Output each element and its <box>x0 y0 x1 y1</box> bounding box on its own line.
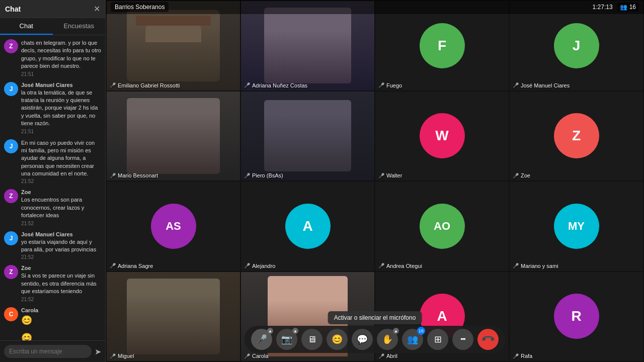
participant-label-miguel: 🎤 Miguel <box>110 353 134 359</box>
participant-label-alejandro: 🎤 Alejandro <box>244 263 275 269</box>
participant-name: Mariano y sami <box>521 263 558 269</box>
emoji-icon: 😊 <box>332 334 343 345</box>
participant-name: Alejandro <box>252 263 275 269</box>
participant-name: Zoe <box>521 172 530 178</box>
mic-icon: 🎤 <box>378 173 384 178</box>
participant-label-jose: 🎤 José Manuel Ciares <box>513 82 570 88</box>
meeting-name: Barrios Soberanos <box>111 2 169 12</box>
chat-header: Chat ✕ <box>0 0 105 18</box>
participant-name: Adriana Nuñez Costas <box>252 82 307 88</box>
video-cell-zoe: Z 🎤 Zoe <box>510 92 643 181</box>
message-sender: José Manuel Ciares <box>21 82 101 88</box>
avatar-andrea: AO <box>420 204 465 249</box>
avatar: C <box>4 307 18 321</box>
chat-title: Chat <box>5 5 21 13</box>
mic-icon: 🎤 <box>256 334 267 345</box>
avatar: J <box>4 231 18 245</box>
video-area: Barrios Soberanos 1:27:13 👥 16 j jitsi <box>106 0 644 362</box>
raise-hand-button[interactable]: ✋ ▲ <box>377 329 398 350</box>
participants-badge: 👥 16 <box>617 3 639 12</box>
meeting-info: Barrios Soberanos <box>111 2 169 12</box>
avatar: Z <box>4 265 18 279</box>
message-text: 😊 <box>21 314 101 327</box>
chat-messages: Z chats en telegram. y por lo que decís,… <box>0 35 105 340</box>
mic-icon: 🎤 <box>244 263 250 268</box>
chat-button[interactable]: 💬 <box>352 329 373 350</box>
avatar-rafa: R <box>554 294 599 339</box>
avatar-adriana-sagre: AS <box>151 204 196 249</box>
meeting-timer: 1:27:13 <box>593 4 613 11</box>
more-button[interactable]: ••• <box>452 329 473 350</box>
message-time: 21:52 <box>21 178 101 184</box>
chat-input[interactable] <box>4 345 92 358</box>
participant-name: José Manuel Ciares <box>521 82 570 88</box>
participant-label-abril: 🎤 Abril <box>378 353 397 359</box>
grid-button[interactable]: ⊞ <box>427 329 448 350</box>
avatar <box>4 332 18 340</box>
participant-label-mario: 🎤 Mario Bessonart <box>110 172 158 178</box>
avatar-mariano: MY <box>554 204 599 249</box>
message-sender: Zoe <box>21 189 101 195</box>
chat-panel: Chat ✕ Chat Encuestas Z chats en telegra… <box>0 0 106 362</box>
message-text: Los encuentros son para conocernos, crea… <box>21 196 101 219</box>
chat-tabs: Chat Encuestas <box>0 18 105 35</box>
participant-name: Emiliano Gabriel Rossotti <box>118 82 180 88</box>
mic-icon: 🎤 <box>513 263 519 268</box>
mic-icon: 🎤 <box>244 353 250 359</box>
participant-label-adriana-sagre: 🎤 Adriana Sagre <box>110 263 153 269</box>
participant-name: Rafa <box>521 353 532 359</box>
camera-button[interactable]: 📷 ▲ <box>276 329 297 350</box>
mic-icon: 🎤 <box>244 82 250 88</box>
raise-hand-icon: ✋ <box>382 334 393 345</box>
avatar: J <box>4 139 18 153</box>
list-item: 😊 21:55 <box>4 332 101 340</box>
message-time: 21:52 <box>21 254 101 260</box>
video-cell-miguel: 🎤 Miguel <box>107 272 240 361</box>
message-time: 21:52 <box>21 221 101 226</box>
hangup-button[interactable]: 📞 <box>477 329 499 350</box>
avatar: J <box>4 82 18 96</box>
participant-label-fuego: 🎤 Fuego <box>378 82 402 88</box>
participant-name: Fuego <box>386 82 402 88</box>
list-item: Z Zoe Los encuentros son para conocernos… <box>4 189 101 226</box>
tab-chat[interactable]: Chat <box>0 18 53 35</box>
message-text: Si a vos te parece un viaje sin sentido,… <box>21 272 101 295</box>
participants-button[interactable]: 👥 16 <box>402 329 423 350</box>
list-item: Z chats en telegram. y por lo que decís,… <box>4 39 101 77</box>
message-text: la otra la temática, de que se trataría … <box>21 89 101 128</box>
participants-icon: 👥 <box>620 4 627 11</box>
avatar-alejandro: A <box>285 204 331 249</box>
message-text: 😊 <box>21 332 101 340</box>
participant-name: Piero (BsAs) <box>252 172 283 178</box>
video-cell-rafa: R 🎤 Rafa <box>510 272 643 361</box>
avatar: Z <box>4 39 18 53</box>
message-sender: Carola <box>21 307 101 313</box>
avatar-fuego: F <box>420 23 465 68</box>
chat-icon: 💬 <box>357 334 368 345</box>
toolbar: 🎤 ▲ 📷 ▲ 🖥 😊 💬 ✋ ▲ 👥 16 ⊞ ••• <box>244 326 506 353</box>
participant-name: Andrea Otegui <box>386 263 422 269</box>
mic-icon: 🎤 <box>110 263 116 268</box>
send-button[interactable]: ➤ <box>95 347 101 356</box>
participants-icon: 👥 <box>407 334 418 345</box>
close-icon[interactable]: ✕ <box>94 4 100 14</box>
tab-encuestas[interactable]: Encuestas <box>53 18 106 35</box>
mic-icon: 🎤 <box>378 263 384 268</box>
more-icon: ••• <box>460 336 465 343</box>
screenshare-button[interactable]: 🖥 <box>301 329 323 350</box>
video-cell-andrea: AO 🎤 Andrea Otegui <box>375 182 509 271</box>
video-cell-mariano: MY 🎤 Mariano y sami <box>510 182 643 271</box>
video-cell-mario: 🎤 Mario Bessonart <box>107 92 240 181</box>
video-top-bar: Barrios Soberanos 1:27:13 👥 16 <box>106 0 644 14</box>
mic-icon: 🎤 <box>378 82 384 88</box>
participant-name: Miguel <box>118 353 134 359</box>
mic-icon: 🎤 <box>513 82 519 88</box>
avatar-jose: J <box>554 23 599 68</box>
hangup-icon: 📞 <box>480 331 496 347</box>
emoji-button[interactable]: 😊 <box>327 329 348 350</box>
video-cell-fuego: F 🎤 Fuego <box>375 1 509 90</box>
mic-button[interactable]: 🎤 ▲ <box>251 329 272 350</box>
list-item: C Carola 😊 <box>4 307 101 327</box>
list-item: J José Manuel Ciares yo estaría viajando… <box>4 231 101 260</box>
mic-icon: 🎤 <box>110 353 116 359</box>
